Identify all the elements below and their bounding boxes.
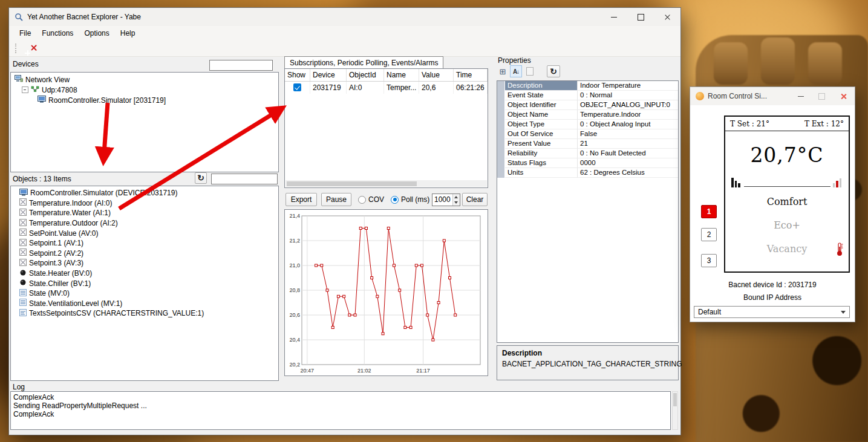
menu-item-help[interactable]: Help bbox=[115, 27, 141, 39]
property-row[interactable]: Present Value21 bbox=[497, 139, 678, 149]
ip-address-select[interactable]: Default bbox=[694, 306, 850, 318]
property-row[interactable]: DescriptionIndoor Temperature bbox=[497, 81, 678, 91]
property-row[interactable]: Status Flags0000 bbox=[497, 158, 678, 168]
close-button[interactable] bbox=[654, 8, 680, 26]
objects-refresh-button[interactable] bbox=[195, 172, 207, 184]
subscriptions-panel: ShowDeviceObjectIdNameValueTime 2031719A… bbox=[284, 68, 488, 188]
property-value[interactable]: 0 : No Fault Detected bbox=[578, 149, 678, 158]
object-item[interactable]: State.Chiller (BV:1) bbox=[11, 278, 278, 288]
property-name: Description bbox=[505, 81, 578, 91]
poll-interval-value[interactable]: 1000 bbox=[432, 194, 452, 206]
property-name: Out Of Service bbox=[505, 129, 578, 139]
yabe-window: Yet Another Bacnet Explorer - Yabe File … bbox=[8, 7, 681, 435]
collapse-icon[interactable] bbox=[22, 86, 28, 93]
subscriptions-tab[interactable]: Subscriptions, Periodic Polling, Events/… bbox=[284, 56, 443, 68]
object-item[interactable]: State.Heater (BV:0) bbox=[11, 268, 278, 279]
mode-vacancy[interactable]: Vacancy bbox=[725, 243, 849, 255]
menu-item-options[interactable]: Options bbox=[79, 27, 114, 39]
object-item[interactable]: Temperature.Indoor (AI:0) bbox=[11, 198, 278, 209]
preset-button-1[interactable]: 1 bbox=[701, 205, 717, 218]
minimize-button[interactable] bbox=[601, 8, 627, 26]
preset-button-3[interactable]: 3 bbox=[701, 254, 717, 267]
property-pages-button[interactable] bbox=[524, 65, 536, 77]
show-checkbox[interactable] bbox=[293, 83, 301, 91]
column-header[interactable]: ObjectId bbox=[347, 69, 384, 81]
object-item[interactable]: Setpoint.1 (AV:1) bbox=[11, 238, 278, 249]
mode-eco[interactable]: Eco+ bbox=[725, 219, 849, 231]
minimize-button[interactable] bbox=[791, 87, 811, 105]
cov-radio[interactable] bbox=[358, 196, 366, 204]
gauge-bar bbox=[731, 178, 734, 187]
maximize-button[interactable] bbox=[627, 8, 654, 26]
row-gutter bbox=[497, 81, 505, 91]
property-row[interactable]: Event State0 : Normal bbox=[497, 91, 678, 100]
column-header[interactable]: Device bbox=[310, 69, 347, 81]
export-button[interactable]: Export bbox=[286, 193, 317, 206]
object-item[interactable]: Setpoint.2 (AV:2) bbox=[11, 249, 278, 259]
property-value[interactable]: False bbox=[578, 129, 678, 139]
maximize-button[interactable] bbox=[811, 87, 832, 105]
property-row[interactable]: Object NameTemperature.Indoor bbox=[497, 110, 678, 120]
properties-label: Properties bbox=[498, 56, 531, 65]
poll-radio-label: Poll (ms) bbox=[401, 195, 429, 204]
clear-button[interactable]: Clear bbox=[462, 193, 488, 206]
property-value[interactable]: 0 : Object Analog Input bbox=[578, 120, 678, 129]
property-help-title: Description bbox=[502, 349, 542, 357]
tree-item-device[interactable]: RoomController.Simulator [2031719] bbox=[11, 95, 278, 105]
object-item[interactable]: State.VentilationLevel (MV:1) bbox=[11, 299, 278, 309]
object-item[interactable]: RoomController.Simulator (DEVICE:2031719… bbox=[11, 188, 278, 198]
log-scrollbar[interactable] bbox=[672, 391, 678, 430]
object-item-label: State.Heater (BV:0) bbox=[29, 269, 92, 278]
objects-filter-box[interactable] bbox=[211, 174, 278, 184]
property-row[interactable]: Units62 : Degrees Celsius bbox=[497, 168, 678, 178]
column-header[interactable]: Time bbox=[454, 69, 488, 81]
remove-device-button[interactable] bbox=[30, 44, 38, 53]
scrollbar-thumb[interactable] bbox=[673, 393, 677, 406]
poll-radio[interactable] bbox=[391, 196, 399, 204]
property-row[interactable]: Object Type0 : Object Analog Input bbox=[497, 120, 678, 129]
menu-item-file[interactable]: File bbox=[14, 27, 36, 39]
title-bar[interactable]: Room Control Si... bbox=[690, 87, 855, 105]
property-row[interactable]: Object IdentifierOBJECT_ANALOG_INPUT:0 bbox=[497, 100, 678, 110]
object-item[interactable]: Temperature.Water (AI:1) bbox=[11, 208, 278, 218]
stepper-down-button[interactable] bbox=[453, 200, 460, 206]
devices-address-box[interactable] bbox=[209, 60, 273, 71]
object-item[interactable]: Setpoint.3 (AV:3) bbox=[11, 258, 278, 268]
categorized-view-button[interactable] bbox=[497, 65, 509, 77]
property-value[interactable]: Temperature.Indoor bbox=[578, 110, 678, 120]
column-header[interactable]: Name bbox=[384, 69, 419, 81]
column-header[interactable]: Value bbox=[419, 69, 454, 81]
object-item[interactable]: State (MV:0) bbox=[11, 288, 278, 299]
property-value[interactable]: OBJECT_ANALOG_INPUT:0 bbox=[578, 100, 678, 110]
property-value[interactable]: 21 bbox=[578, 139, 678, 149]
log-label: Log bbox=[13, 383, 25, 391]
column-header[interactable]: Show bbox=[285, 69, 310, 81]
subscription-row[interactable]: 2031719AI:0Temper...20,606:21:26 bbox=[285, 82, 488, 94]
horizontal-scrollbar[interactable] bbox=[286, 180, 487, 187]
mode-comfort[interactable]: Comfort bbox=[725, 196, 849, 207]
tree-item-udp[interactable]: Udp:47808 bbox=[11, 85, 278, 95]
tree-item-network-view[interactable]: Network View bbox=[11, 74, 278, 85]
alphabetical-sort-button[interactable] bbox=[510, 65, 522, 77]
pause-button[interactable]: Pause bbox=[321, 193, 351, 206]
scrollbar-thumb[interactable] bbox=[287, 181, 417, 186]
property-value[interactable]: 0000 bbox=[578, 158, 678, 168]
property-row[interactable]: Out Of ServiceFalse bbox=[497, 129, 678, 139]
row-gutter bbox=[497, 120, 505, 129]
object-item-label: RoomController.Simulator (DEVICE:2031719… bbox=[30, 189, 177, 197]
stepper-up-button[interactable] bbox=[453, 194, 460, 200]
properties-refresh-button[interactable] bbox=[547, 65, 560, 77]
arrow-up-icon bbox=[454, 196, 458, 198]
property-value[interactable]: Indoor Temperature bbox=[578, 81, 678, 91]
title-bar[interactable]: Yet Another Bacnet Explorer - Yabe bbox=[9, 8, 680, 26]
menu-item-functions[interactable]: Functions bbox=[36, 27, 79, 39]
object-item[interactable]: Temperature.Outdoor (AI:2) bbox=[11, 218, 278, 229]
property-row[interactable]: Reliability0 : No Fault Detected bbox=[497, 149, 678, 158]
object-item[interactable]: SetPoint.Value (AV:0) bbox=[11, 228, 278, 238]
object-item[interactable]: TextsSetpointsCSV (CHARACTERSTRING_VALUE… bbox=[11, 308, 278, 319]
property-value[interactable]: 0 : Normal bbox=[578, 91, 678, 100]
preset-button-2[interactable]: 2 bbox=[701, 228, 717, 241]
property-value[interactable]: 62 : Degrees Celsius bbox=[578, 168, 678, 178]
poll-interval-stepper[interactable]: 1000 bbox=[432, 193, 460, 206]
close-button[interactable] bbox=[832, 87, 855, 105]
